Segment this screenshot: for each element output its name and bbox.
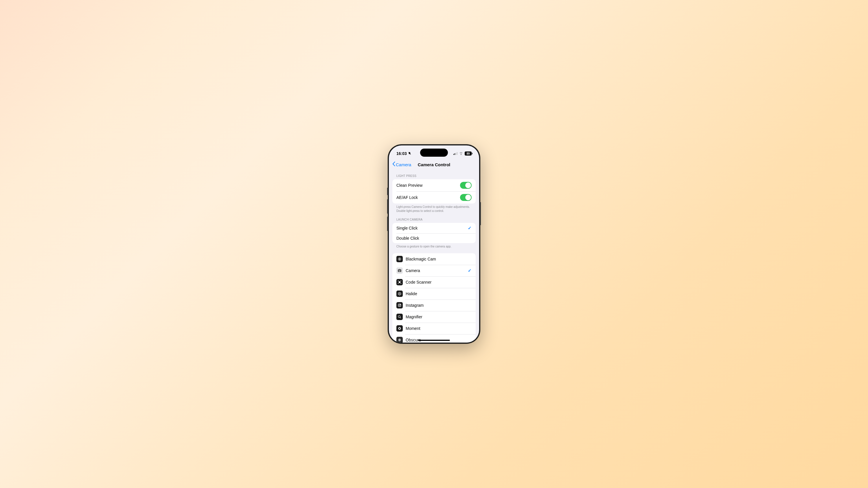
row-label: Moment [406,326,472,331]
page-title: Camera Control [418,162,451,167]
phone-screen: 16:03 89 [389,145,479,343]
row-app-instagram[interactable]: Instagram [392,299,476,311]
group-light-press: Clean Preview AE/AF Lock [392,179,476,203]
obscura-icon [396,337,403,343]
wifi-icon [459,152,463,155]
section-header-launch-camera: LAUNCH CAMERA [392,213,476,223]
row-label: Camera [406,268,468,273]
row-label: Instagram [406,303,472,307]
row-label: Double Click [396,236,472,240]
svg-point-2 [399,258,400,260]
row-app-moment[interactable]: Moment [392,323,476,334]
nav-header: Camera Camera Control [389,159,479,170]
phone-power-button [480,202,481,225]
back-button[interactable]: Camera [392,162,411,168]
moment-icon [396,325,403,332]
row-label: Single Click [396,226,468,230]
svg-point-9 [398,316,400,318]
phone-side-button [387,188,388,195]
dynamic-island [420,149,448,157]
row-app-halide[interactable]: Halide [392,288,476,299]
phone-volume-up [387,199,388,214]
chevron-left-icon [392,162,395,168]
row-label: AE/AF Lock [396,195,460,200]
svg-rect-3 [399,281,400,283]
row-double-click[interactable]: Double Click [392,233,476,243]
group-launch-camera: Single Click ✓ Double Click [392,223,476,243]
status-time: 16:03 [396,151,407,156]
halide-icon [396,291,403,297]
svg-point-7 [399,304,400,306]
svg-point-12 [399,328,400,329]
row-label: Clean Preview [396,183,460,188]
svg-marker-4 [398,292,401,295]
svg-line-10 [400,317,401,318]
row-label: Magnifier [406,315,472,319]
section-footer-launch-camera: Choose a gesture to open the camera app. [392,243,476,249]
cellular-signal-icon [454,152,458,155]
row-app-obscura[interactable]: Obscura [392,334,476,343]
phone-frame: 16:03 89 [388,144,480,344]
group-app-list: Blackmagic Cam Camera ✓ Code Scanner [392,253,476,343]
row-app-blackmagic[interactable]: Blackmagic Cam [392,253,476,265]
silent-mode-icon [408,152,411,156]
camera-icon [396,267,403,274]
svg-point-5 [399,293,400,294]
settings-content[interactable]: LIGHT PRESS Clean Preview AE/AF Lock Lig… [389,170,479,343]
instagram-icon [396,302,403,308]
blackmagic-icon [396,256,403,262]
section-footer-light-press: Light-press Camera Control to quickly ma… [392,203,476,213]
row-clean-preview[interactable]: Clean Preview [392,179,476,191]
battery-level: 89 [466,152,470,155]
row-label: Code Scanner [406,280,472,285]
battery-indicator: 89 [465,152,472,156]
toggle-ae-af-lock[interactable] [460,194,472,201]
row-single-click[interactable]: Single Click ✓ [392,223,476,233]
section-header-light-press: LIGHT PRESS [392,170,476,179]
row-ae-af-lock[interactable]: AE/AF Lock [392,191,476,203]
back-label: Camera [396,162,411,167]
magnifier-icon [396,314,403,320]
row-label: Halide [406,291,472,296]
checkmark-icon: ✓ [468,226,472,231]
row-app-magnifier[interactable]: Magnifier [392,311,476,323]
row-app-camera[interactable]: Camera ✓ [392,265,476,276]
row-label: Blackmagic Cam [406,257,472,261]
phone-volume-down [387,217,388,231]
svg-point-14 [399,339,400,340]
home-indicator[interactable] [418,340,450,341]
checkmark-icon: ✓ [468,268,472,273]
code-scanner-icon [396,279,403,285]
row-app-code-scanner[interactable]: Code Scanner [392,276,476,288]
toggle-clean-preview[interactable] [460,182,472,189]
